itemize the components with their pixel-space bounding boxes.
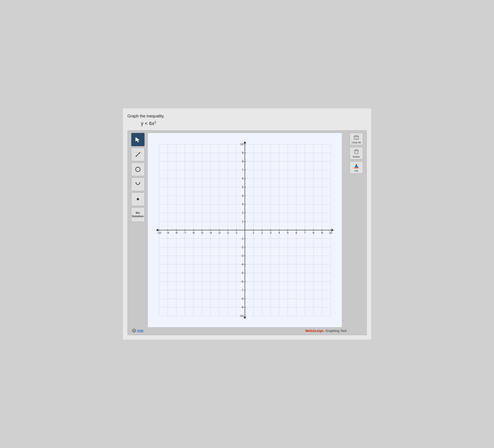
delete-icon bbox=[353, 148, 359, 155]
help-button[interactable]: ? Help bbox=[132, 326, 144, 333]
fill-icon bbox=[353, 163, 359, 169]
inequality-display: y < 6x2 bbox=[141, 120, 367, 127]
delete-label: Delete bbox=[353, 155, 360, 158]
line-tool[interactable] bbox=[131, 148, 145, 161]
clear-all-button[interactable]: Clear All bbox=[350, 133, 363, 145]
webassign-footer: WebAssign. Graphing Tool bbox=[148, 329, 347, 333]
parabola-tool[interactable] bbox=[131, 178, 145, 191]
fill-button[interactable]: Fill bbox=[350, 161, 363, 174]
svg-point-7 bbox=[137, 198, 139, 200]
svg-point-4 bbox=[136, 167, 140, 172]
right-toolbar: Clear All Delete Fill bbox=[348, 133, 364, 333]
point-tool[interactable] bbox=[131, 192, 145, 206]
graphing-area: No Solution ? Help WebAssign. Graphing T… bbox=[127, 130, 367, 335]
svg-rect-22 bbox=[354, 167, 358, 168]
delete-button[interactable]: Delete bbox=[350, 147, 363, 159]
graph-canvas[interactable] bbox=[148, 133, 342, 327]
svg-rect-16 bbox=[355, 151, 358, 154]
no-solution-label: No Solution bbox=[131, 211, 144, 218]
circle-tool[interactable] bbox=[131, 163, 145, 176]
line-icon bbox=[135, 151, 141, 158]
circle-icon bbox=[135, 166, 141, 173]
main-container: Graph the inequality. y < 6x2 bbox=[123, 108, 371, 339]
svg-rect-10 bbox=[354, 136, 358, 140]
no-solution-tool[interactable]: No Solution bbox=[131, 207, 145, 222]
fill-label: Fill bbox=[355, 170, 358, 172]
webassign-text: . Graphing Tool bbox=[324, 329, 346, 333]
clear-all-icon bbox=[353, 134, 359, 141]
clear-all-label: Clear All bbox=[352, 141, 361, 144]
pointer-tool[interactable] bbox=[131, 133, 145, 146]
pointer-icon bbox=[135, 136, 141, 143]
problem-label: Graph the inequality. bbox=[127, 114, 367, 118]
help-icon: ? bbox=[132, 329, 136, 333]
parabola-icon bbox=[135, 181, 141, 187]
point-icon bbox=[135, 196, 141, 202]
graph-wrapper: WebAssign. Graphing Tool bbox=[148, 133, 347, 333]
svg-marker-0 bbox=[136, 137, 139, 142]
svg-text:?: ? bbox=[133, 329, 135, 332]
left-toolbar: No Solution ? Help bbox=[130, 133, 146, 333]
webassign-brand: WebAssign bbox=[305, 329, 324, 333]
help-label: Help bbox=[137, 329, 144, 333]
